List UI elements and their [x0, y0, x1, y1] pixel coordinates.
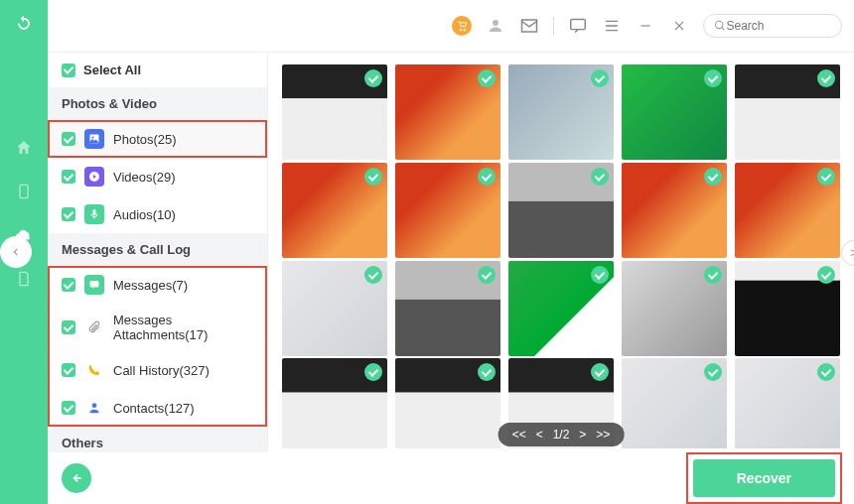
item-label: Videos(29) [113, 170, 176, 185]
thumbnail-check-icon[interactable] [817, 168, 835, 186]
app-logo-icon[interactable] [13, 12, 35, 34]
thumbnail-check-icon[interactable] [591, 168, 609, 186]
thumbnail[interactable] [395, 261, 500, 356]
thumbnail-check-icon[interactable] [591, 363, 609, 381]
thumbnail[interactable] [282, 358, 387, 448]
recover-button[interactable]: Recover [693, 459, 835, 497]
item-checkbox[interactable] [62, 170, 75, 184]
item-checkbox[interactable] [62, 401, 75, 415]
group-header: Messages & Call Log [48, 233, 267, 266]
thumbnail-check-icon[interactable] [817, 363, 835, 381]
thumbnail-check-icon[interactable] [364, 266, 382, 284]
thumbnail-grid: << < 1/2 > >> > [268, 53, 854, 452]
contact-icon [84, 398, 104, 418]
item-checkbox[interactable] [62, 278, 75, 292]
photo-icon [84, 129, 104, 149]
menu-icon[interactable] [602, 16, 622, 36]
sidebar: Select All Photos & VideoPhotos(25)Video… [48, 53, 268, 452]
thumbnail-check-icon[interactable] [591, 266, 609, 284]
thumbnail-check-icon[interactable] [478, 69, 496, 87]
item-label: Messages(7) [113, 278, 188, 293]
thumbnail[interactable] [735, 261, 840, 356]
message-icon [84, 275, 104, 295]
sidebar-item[interactable]: Videos(29) [48, 158, 267, 195]
carousel-next-icon[interactable]: > [841, 240, 854, 266]
thumbnail[interactable] [395, 163, 500, 258]
pager-prev-icon[interactable]: < [536, 428, 543, 441]
feedback-icon[interactable] [568, 16, 588, 36]
select-all-checkbox[interactable] [62, 63, 75, 77]
group-header: Others [48, 427, 267, 452]
back-button[interactable] [62, 463, 91, 493]
mail-icon[interactable] [519, 16, 539, 36]
sidebar-item[interactable]: Messages(7) [48, 266, 267, 304]
pager-first-icon[interactable]: << [512, 428, 526, 441]
svg-rect-9 [90, 281, 99, 288]
thumbnail-check-icon[interactable] [478, 168, 496, 186]
home-icon[interactable] [13, 137, 35, 159]
thumbnail[interactable] [395, 64, 500, 160]
select-all-row[interactable]: Select All [48, 53, 267, 87]
svg-rect-0 [20, 185, 28, 197]
pager: << < 1/2 > >> [498, 423, 625, 446]
thumbnail[interactable] [282, 261, 387, 356]
thumbnail-check-icon[interactable] [704, 363, 722, 381]
svg-rect-3 [571, 19, 586, 29]
item-checkbox[interactable] [62, 320, 75, 334]
thumbnail-check-icon[interactable] [817, 69, 835, 87]
video-icon [84, 167, 104, 187]
thumbnail-check-icon[interactable] [478, 266, 496, 284]
thumbnail[interactable] [622, 261, 727, 356]
phone-nav-icon[interactable] [13, 181, 35, 202]
pager-last-icon[interactable]: >> [596, 428, 610, 441]
thumbnail[interactable] [735, 64, 840, 160]
thumbnail-check-icon[interactable] [364, 363, 382, 381]
thumbnail-check-icon[interactable] [364, 168, 382, 186]
thumbnail-check-icon[interactable] [591, 69, 609, 87]
thumbnail[interactable] [282, 163, 387, 258]
svg-point-1 [493, 20, 498, 26]
sidebar-item[interactable]: Call History(327) [48, 351, 267, 389]
minimize-icon[interactable] [636, 16, 655, 36]
thumbnail-check-icon[interactable] [364, 69, 382, 87]
thumbnail[interactable] [395, 358, 500, 448]
thumbnail[interactable] [735, 358, 840, 448]
thumbnail-check-icon[interactable] [704, 69, 722, 87]
thumbnail[interactable] [622, 163, 727, 258]
thumbnail-check-icon[interactable] [704, 266, 722, 284]
cart-icon[interactable] [452, 16, 472, 36]
pager-next-icon[interactable]: > [579, 428, 586, 441]
item-checkbox[interactable] [62, 132, 75, 146]
thumbnail[interactable] [508, 261, 614, 356]
search-box[interactable] [703, 14, 842, 38]
thumbnail[interactable] [282, 64, 387, 160]
item-label: Photos(25) [113, 132, 177, 147]
sidebar-item[interactable]: Contacts(127) [48, 389, 267, 427]
sidebar-item[interactable]: Audios(10) [48, 195, 267, 233]
group-header: Photos & Video [48, 87, 267, 120]
svg-point-10 [92, 403, 97, 408]
item-checkbox[interactable] [62, 363, 75, 377]
thumbnail-check-icon[interactable] [817, 266, 835, 284]
svg-point-6 [92, 137, 94, 139]
carousel-prev-icon[interactable] [0, 236, 32, 268]
search-input[interactable] [727, 19, 831, 33]
document-nav-icon[interactable] [13, 268, 35, 290]
item-checkbox[interactable] [62, 207, 75, 221]
user-icon[interactable] [486, 16, 505, 36]
sidebar-item[interactable]: Photos(25) [48, 120, 267, 158]
attachment-icon [84, 317, 104, 337]
item-label: Messages Attachments(17) [113, 313, 253, 342]
thumbnail[interactable] [508, 64, 614, 160]
select-all-label: Select All [83, 63, 141, 77]
close-icon[interactable] [669, 16, 689, 36]
thumbnail[interactable] [622, 64, 727, 160]
thumbnail[interactable] [508, 163, 614, 258]
footer: Recover [48, 452, 854, 504]
sidebar-item[interactable]: Messages Attachments(17) [48, 304, 267, 351]
thumbnail-check-icon[interactable] [478, 363, 496, 381]
thumbnail[interactable] [735, 163, 840, 258]
thumbnail-check-icon[interactable] [704, 168, 722, 186]
thumbnail[interactable] [622, 358, 727, 448]
item-label: Call History(327) [113, 363, 210, 378]
